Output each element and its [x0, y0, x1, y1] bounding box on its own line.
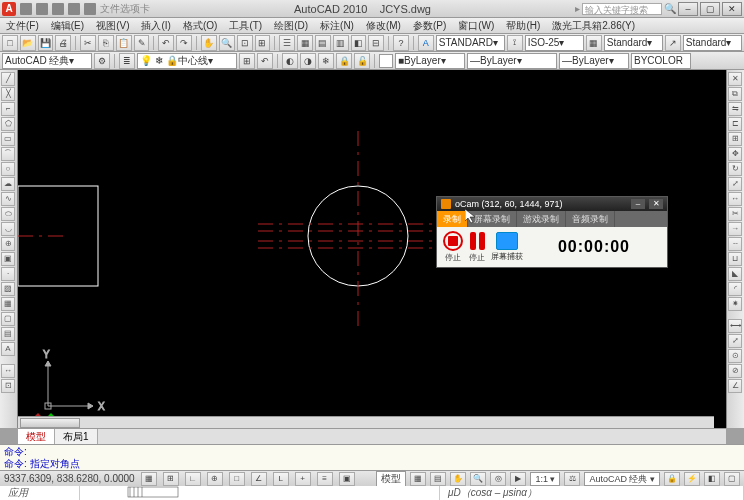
dim-diameter-icon[interactable]: ⊘ — [728, 364, 742, 378]
match-icon[interactable]: ✎ — [134, 35, 150, 51]
menu-insert[interactable]: 插入(I) — [135, 18, 176, 33]
tab-model[interactable]: 模型 — [18, 429, 55, 444]
calc-icon[interactable]: ⊟ — [368, 35, 384, 51]
quickview-drawings-icon[interactable]: ▤ — [430, 472, 446, 486]
polygon-icon[interactable]: ⬠ — [1, 117, 15, 131]
hscroll-thumb[interactable] — [20, 418, 80, 428]
app-logo-icon[interactable]: A — [2, 2, 16, 16]
move-icon[interactable]: ✥ — [728, 147, 742, 161]
lineweight-dropdown[interactable]: — ByLayer ▾ — [559, 53, 629, 69]
help-icon[interactable]: ? — [393, 35, 409, 51]
ocam-tab-record[interactable]: 录制 — [437, 211, 468, 227]
showmotion-icon[interactable]: ▶ — [510, 472, 526, 486]
ocam-close-button[interactable]: ✕ — [649, 199, 663, 209]
point-icon[interactable]: · — [1, 267, 15, 281]
table-style-dropdown[interactable]: Standard ▾ — [604, 35, 663, 51]
erase-icon[interactable]: ✕ — [728, 72, 742, 86]
layer-iso-icon[interactable]: ◑ — [300, 53, 316, 69]
mtext-icon[interactable]: A — [1, 342, 15, 356]
circle-icon[interactable]: ○ — [1, 162, 15, 176]
menu-draw[interactable]: 绘图(D) — [268, 18, 314, 33]
color-dropdown[interactable]: ■ ByLayer ▾ — [395, 53, 465, 69]
search-input[interactable]: 输入关键字搜索 — [582, 3, 662, 15]
steering-icon[interactable]: ◎ — [490, 472, 506, 486]
pline-icon[interactable]: ⌐ — [1, 102, 15, 116]
fillet-icon[interactable]: ◜ — [728, 282, 742, 296]
table-icon[interactable]: ▤ — [1, 327, 15, 341]
distance-icon[interactable]: ↔ — [1, 364, 15, 378]
ellipse-icon[interactable]: ⬭ — [1, 207, 15, 221]
layer-prev-icon[interactable]: ↶ — [257, 53, 273, 69]
markup-icon[interactable]: ◧ — [351, 35, 367, 51]
ocam-tab-game[interactable]: 游戏录制 — [517, 211, 566, 227]
command-line[interactable]: 命令: 命令: 指定对角点 — [0, 444, 744, 470]
new-icon[interactable]: □ — [2, 35, 18, 51]
workspace-status-dropdown[interactable]: AutoCAD 经典 ▾ — [584, 472, 660, 486]
array-icon[interactable]: ⊞ — [728, 132, 742, 146]
minimize-button[interactable]: – — [678, 2, 698, 16]
color-swatch[interactable] — [379, 54, 393, 68]
menu-dimension[interactable]: 标注(N) — [314, 18, 360, 33]
lock-ui-icon[interactable]: 🔒 — [664, 472, 680, 486]
ocam-capture-button[interactable]: 屏幕捕获 — [491, 232, 523, 262]
cleanscreen-icon[interactable]: ▢ — [724, 472, 740, 486]
qat-new-icon[interactable] — [20, 3, 32, 15]
chamfer-icon[interactable]: ◣ — [728, 267, 742, 281]
maximize-button[interactable]: ▢ — [700, 2, 720, 16]
workspace-settings-icon[interactable]: ⚙ — [94, 53, 110, 69]
copy-obj-icon[interactable]: ⧉ — [728, 87, 742, 101]
join-icon[interactable]: ⊔ — [728, 252, 742, 266]
layer-lock-icon[interactable]: 🔒 — [336, 53, 352, 69]
dim-aligned-icon[interactable]: ⤢ — [728, 334, 742, 348]
isolate-icon[interactable]: ◧ — [704, 472, 720, 486]
qat-undo-icon[interactable] — [68, 3, 80, 15]
menu-laser-toolbox[interactable]: 激光工具箱2.86(Y) — [546, 18, 641, 33]
menu-modify[interactable]: 修改(M) — [360, 18, 407, 33]
save-icon[interactable]: 💾 — [38, 35, 54, 51]
qat-save-icon[interactable] — [52, 3, 64, 15]
menu-edit[interactable]: 编辑(E) — [45, 18, 90, 33]
layer-unlock-icon[interactable]: 🔓 — [354, 53, 370, 69]
infocenter-icon[interactable]: 🔍 — [664, 3, 676, 14]
zoom-icon[interactable]: 🔍 — [219, 35, 235, 51]
cut-icon[interactable]: ✂ — [80, 35, 96, 51]
designcenter-icon[interactable]: ▦ — [297, 35, 313, 51]
dyn-toggle[interactable]: + — [295, 472, 311, 486]
annovis-icon[interactable]: ⚖ — [564, 472, 580, 486]
text-style-icon[interactable]: A — [418, 35, 434, 51]
plot-icon[interactable]: 🖨 — [55, 35, 71, 51]
scale-icon[interactable]: ⤢ — [728, 177, 742, 191]
hatch-icon[interactable]: ▨ — [1, 282, 15, 296]
rectangle-icon[interactable]: ▭ — [1, 132, 15, 146]
layer-off-icon[interactable]: ◐ — [282, 53, 298, 69]
break-icon[interactable]: ╌ — [728, 237, 742, 251]
text-style-dropdown[interactable]: STANDARD ▾ — [436, 35, 505, 51]
close-button[interactable]: ✕ — [722, 2, 742, 16]
mleader-style-dropdown[interactable]: Standard ▾ — [683, 35, 742, 51]
properties-icon[interactable]: ☰ — [279, 35, 295, 51]
annoscale-dropdown[interactable]: 1:1 ▾ — [530, 472, 560, 486]
copy-icon[interactable]: ⎘ — [98, 35, 114, 51]
plotstyle-dropdown[interactable]: BYCOLOR — [631, 53, 691, 69]
mirror-icon[interactable]: ⇋ — [728, 102, 742, 116]
dim-linear-icon[interactable]: ⟷ — [728, 319, 742, 333]
paste-icon[interactable]: 📋 — [116, 35, 132, 51]
ocam-minimize-button[interactable]: – — [631, 199, 645, 209]
arc-icon[interactable]: ⌒ — [1, 147, 15, 161]
quickview-layouts-icon[interactable]: ▦ — [410, 472, 426, 486]
dim-angular-icon[interactable]: ∠ — [728, 379, 742, 393]
line-icon[interactable]: ╱ — [1, 72, 15, 86]
sheetset-icon[interactable]: ▥ — [333, 35, 349, 51]
zoom-prev-icon[interactable]: ⊞ — [255, 35, 271, 51]
hscrollbar[interactable] — [18, 416, 714, 428]
qat-redo-icon[interactable] — [84, 3, 96, 15]
ocam-pause-button[interactable]: 停止 — [467, 231, 487, 263]
workspace-dropdown[interactable]: AutoCAD 经典 ▾ — [2, 53, 92, 69]
layer-dropdown[interactable]: 💡 ❄ 🔒 中心线 ▾ — [137, 53, 237, 69]
rotate-icon[interactable]: ↻ — [728, 162, 742, 176]
model-space-button[interactable]: 模型 — [376, 471, 406, 487]
menu-view[interactable]: 视图(V) — [90, 18, 135, 33]
layer-state-icon[interactable]: ⊞ — [239, 53, 255, 69]
ellipse-arc-icon[interactable]: ◡ — [1, 222, 15, 236]
hardware-accel-icon[interactable]: ⚡ — [684, 472, 700, 486]
